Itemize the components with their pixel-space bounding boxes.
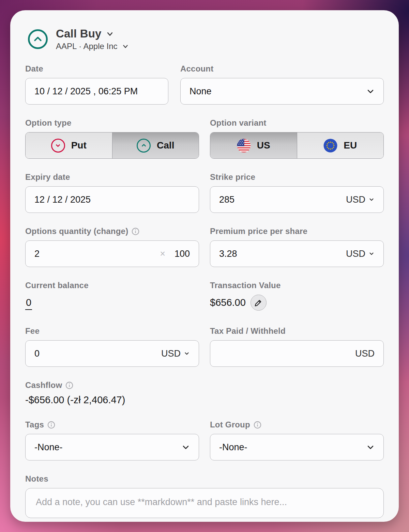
option-variant-eu-button[interactable]: EU <box>297 132 384 158</box>
info-icon[interactable] <box>132 228 139 235</box>
account-value: None <box>190 86 212 97</box>
tags-group: Tags -None- <box>25 420 199 460</box>
fee-label: Fee <box>25 326 199 336</box>
chevron-up-icon <box>140 142 148 149</box>
chevron-down-icon <box>54 142 62 149</box>
tax-paid-group: Tax Paid / Withheld USD <box>210 326 384 367</box>
premium-price-label: Premium price per share <box>210 226 384 236</box>
transaction-type-selector[interactable]: Call Buy <box>56 27 129 40</box>
expiry-date-group: Expiry date <box>25 172 199 213</box>
tax-paid-input[interactable] <box>219 348 355 359</box>
info-icon[interactable] <box>65 381 73 389</box>
tags-select[interactable]: -None- <box>25 434 199 460</box>
option-variant-us-button[interactable]: US <box>210 132 297 158</box>
premium-currency-select[interactable]: USD <box>346 249 375 259</box>
chevron-up-icon <box>33 34 43 44</box>
notes-textarea[interactable] <box>25 488 384 518</box>
date-field-group: Date <box>25 64 168 105</box>
fee-currency-select[interactable]: USD <box>161 348 190 359</box>
row-quantity-premium: Options quantity (change) × 100 Premium … <box>25 226 384 267</box>
multiplier-value: 100 <box>175 249 190 259</box>
date-input[interactable] <box>34 86 159 97</box>
premium-price-input-wrap: USD <box>210 240 384 267</box>
us-label: US <box>257 140 270 151</box>
fee-currency-label: USD <box>161 348 181 359</box>
row-fee-tax: Fee USD Tax Paid / Withheld USD <box>25 326 384 367</box>
form-header: Call Buy AAPL · Apple Inc <box>28 27 384 51</box>
transaction-value-label: Transaction Value <box>210 281 384 290</box>
current-balance-label: Current balance <box>25 281 199 290</box>
chevron-down-icon <box>366 87 375 95</box>
lot-group-label-text: Lot Group <box>210 420 250 429</box>
header-text: Call Buy AAPL · Apple Inc <box>56 27 129 51</box>
lot-group-label: Lot Group <box>210 420 384 429</box>
tags-label-text: Tags <box>25 420 44 429</box>
cashflow-value: -$656.00 (-zł 2,406.47) <box>25 394 384 406</box>
row-date-account: Date Account None <box>25 64 384 105</box>
info-icon[interactable] <box>254 421 261 429</box>
row-balance-transaction: Current balance 0 Transaction Value $656… <box>25 281 384 311</box>
expiry-date-label: Expiry date <box>25 172 199 182</box>
strike-price-input-wrap: USD <box>210 186 384 213</box>
option-type-label: Option type <box>25 118 199 128</box>
premium-currency-label: USD <box>346 249 365 259</box>
cashflow-label-text: Cashflow <box>25 380 62 390</box>
current-balance-value-wrap: 0 <box>25 297 199 310</box>
tax-paid-input-wrap: USD <box>210 340 384 367</box>
transaction-value-group: Transaction Value $656.00 <box>210 281 384 311</box>
options-quantity-input[interactable] <box>34 249 160 259</box>
fee-input-wrap: USD <box>25 340 199 367</box>
strike-price-group: Strike price USD <box>210 172 384 213</box>
option-type-segmented-control: Put Call <box>25 132 199 159</box>
chevron-down-icon <box>182 443 190 451</box>
option-type-put-button[interactable]: Put <box>26 132 112 158</box>
info-icon[interactable] <box>47 421 55 429</box>
tags-label: Tags <box>25 420 199 429</box>
account-label: Account <box>180 64 384 74</box>
current-balance-value[interactable]: 0 <box>25 297 32 310</box>
row-option-type-variant: Option type Put Call Option variant <box>25 118 384 159</box>
option-variant-segmented-control: US EU <box>210 132 384 159</box>
row-tags-lotgroup: Tags -None- Lot Group -None- <box>25 420 384 460</box>
chevron-down-icon <box>122 43 129 50</box>
options-quantity-label: Options quantity (change) <box>25 226 199 236</box>
tags-value: -None- <box>34 442 63 453</box>
eu-label: EU <box>344 140 357 151</box>
lot-group-select[interactable]: -None- <box>210 434 384 460</box>
premium-price-input[interactable] <box>219 249 346 259</box>
options-quantity-input-wrap: × 100 <box>25 240 199 267</box>
chevron-down-icon <box>366 443 375 451</box>
strike-currency-select[interactable]: USD <box>346 194 375 205</box>
call-direction-icon <box>28 29 48 49</box>
tax-paid-label: Tax Paid / Withheld <box>210 326 384 336</box>
fee-group: Fee USD <box>25 326 199 367</box>
account-select[interactable]: None <box>180 78 384 105</box>
chevron-down-icon <box>106 30 114 38</box>
strike-price-input[interactable] <box>219 194 346 205</box>
date-input-wrap <box>25 78 168 105</box>
tax-currency-label: USD <box>355 348 375 359</box>
transaction-value-row: $656.00 <box>210 295 384 311</box>
option-type-call-button[interactable]: Call <box>112 132 199 158</box>
edit-transaction-value-button[interactable] <box>251 295 267 311</box>
current-balance-group: Current balance 0 <box>25 281 199 311</box>
chevron-down-icon <box>368 251 375 257</box>
row-expiry-strike: Expiry date Strike price USD <box>25 172 384 213</box>
pencil-icon <box>254 299 262 307</box>
fee-input[interactable] <box>34 348 161 359</box>
transaction-form-card: Call Buy AAPL · Apple Inc Date Account N… <box>10 10 399 522</box>
multiplier-sign: × <box>160 249 165 259</box>
lot-group-value: -None- <box>219 442 247 453</box>
date-label: Date <box>25 64 168 74</box>
options-quantity-label-text: Options quantity (change) <box>25 226 128 236</box>
option-variant-group: Option variant <box>210 118 384 159</box>
chevron-down-icon <box>368 197 375 203</box>
put-label: Put <box>71 140 87 151</box>
symbol-label: AAPL · Apple Inc <box>56 42 118 51</box>
expiry-date-input[interactable] <box>34 194 190 205</box>
symbol-selector[interactable]: AAPL · Apple Inc <box>56 42 129 51</box>
strike-price-label: Strike price <box>210 172 384 182</box>
call-icon <box>137 139 151 153</box>
cashflow-label: Cashflow <box>25 380 384 390</box>
lot-group-group: Lot Group -None- <box>210 420 384 460</box>
